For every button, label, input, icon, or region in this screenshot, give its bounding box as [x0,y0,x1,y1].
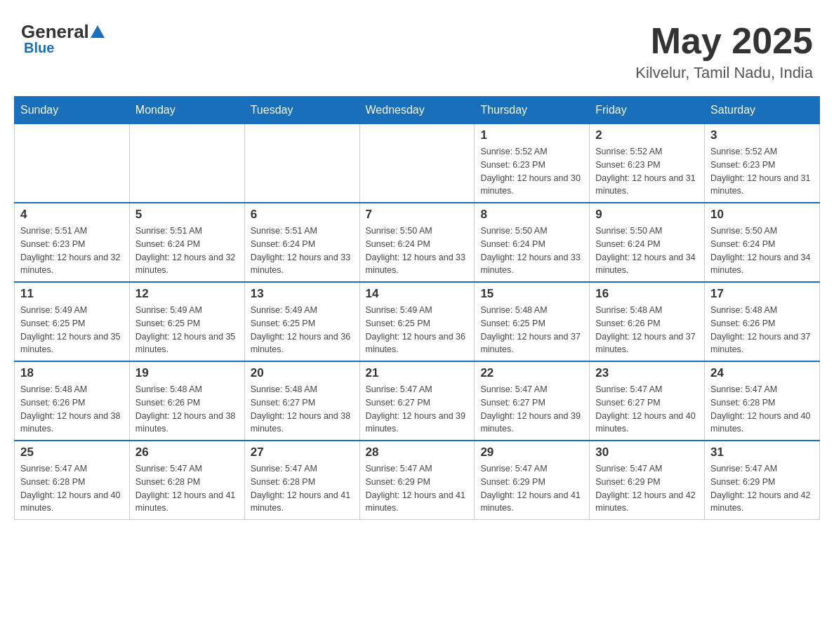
day-number: 31 [710,445,814,459]
day-info: Sunrise: 5:49 AMSunset: 6:25 PMDaylight:… [251,304,354,356]
table-row: 30Sunrise: 5:47 AMSunset: 6:29 PMDayligh… [590,441,705,520]
day-number: 30 [595,445,699,459]
title-area: May 2025 Kilvelur, Tamil Nadu, India [635,21,813,82]
table-row: 17Sunrise: 5:48 AMSunset: 6:26 PMDayligh… [705,282,820,361]
day-info: Sunrise: 5:47 AMSunset: 6:28 PMDaylight:… [20,462,124,515]
table-row: 31Sunrise: 5:47 AMSunset: 6:29 PMDayligh… [705,441,820,520]
day-info: Sunrise: 5:47 AMSunset: 6:27 PMDaylight:… [366,383,469,436]
table-row: 20Sunrise: 5:48 AMSunset: 6:27 PMDayligh… [244,361,359,441]
day-info: Sunrise: 5:47 AMSunset: 6:29 PMDaylight:… [710,462,814,515]
table-row: 16Sunrise: 5:48 AMSunset: 6:26 PMDayligh… [590,282,705,361]
day-number: 19 [135,366,239,380]
table-row: 18Sunrise: 5:48 AMSunset: 6:26 PMDayligh… [15,361,130,441]
table-row: 2Sunrise: 5:52 AMSunset: 6:23 PMDaylight… [590,124,705,203]
table-row: 14Sunrise: 5:49 AMSunset: 6:25 PMDayligh… [359,282,475,361]
day-number: 10 [710,208,814,222]
table-row: 7Sunrise: 5:50 AMSunset: 6:24 PMDaylight… [359,203,475,282]
day-number: 28 [366,445,469,459]
day-number: 6 [251,208,354,222]
day-info: Sunrise: 5:49 AMSunset: 6:25 PMDaylight:… [366,304,469,356]
logo-blue: Blue [24,40,54,56]
day-number: 27 [251,445,354,459]
day-number: 18 [20,366,124,380]
table-row: 29Sunrise: 5:47 AMSunset: 6:29 PMDayligh… [475,441,590,520]
day-info: Sunrise: 5:50 AMSunset: 6:24 PMDaylight:… [480,224,583,277]
calendar-table: Sunday Monday Tuesday Wednesday Thursday… [14,96,820,520]
day-number: 12 [135,287,239,301]
day-number: 1 [480,128,583,142]
day-info: Sunrise: 5:47 AMSunset: 6:29 PMDaylight:… [366,462,469,515]
table-row: 11Sunrise: 5:49 AMSunset: 6:25 PMDayligh… [15,282,130,361]
day-number: 17 [710,287,814,301]
day-number: 5 [135,208,239,222]
day-info: Sunrise: 5:47 AMSunset: 6:29 PMDaylight:… [595,462,699,515]
table-row: 12Sunrise: 5:49 AMSunset: 6:25 PMDayligh… [129,282,244,361]
table-row: 8Sunrise: 5:50 AMSunset: 6:24 PMDaylight… [475,203,590,282]
day-info: Sunrise: 5:48 AMSunset: 6:26 PMDaylight:… [135,383,239,436]
day-number: 4 [20,208,124,222]
table-row [244,124,359,203]
table-row: 25Sunrise: 5:47 AMSunset: 6:28 PMDayligh… [15,441,130,520]
table-row: 27Sunrise: 5:47 AMSunset: 6:28 PMDayligh… [244,441,359,520]
day-info: Sunrise: 5:49 AMSunset: 6:25 PMDaylight:… [20,304,124,356]
day-number: 2 [595,128,699,142]
day-info: Sunrise: 5:52 AMSunset: 6:23 PMDaylight:… [480,145,583,198]
day-info: Sunrise: 5:48 AMSunset: 6:26 PMDaylight:… [595,304,699,356]
day-info: Sunrise: 5:50 AMSunset: 6:24 PMDaylight:… [366,224,469,277]
table-row: 5Sunrise: 5:51 AMSunset: 6:24 PMDaylight… [129,203,244,282]
col-wednesday: Wednesday [359,97,475,124]
day-info: Sunrise: 5:47 AMSunset: 6:29 PMDaylight:… [480,462,583,515]
table-row: 9Sunrise: 5:50 AMSunset: 6:24 PMDaylight… [590,203,705,282]
month-title: May 2025 [635,21,813,61]
table-row: 10Sunrise: 5:50 AMSunset: 6:24 PMDayligh… [705,203,820,282]
table-row: 3Sunrise: 5:52 AMSunset: 6:23 PMDaylight… [705,124,820,203]
day-info: Sunrise: 5:47 AMSunset: 6:28 PMDaylight:… [251,462,354,515]
col-sunday: Sunday [15,97,130,124]
table-row: 1Sunrise: 5:52 AMSunset: 6:23 PMDaylight… [475,124,590,203]
day-info: Sunrise: 5:47 AMSunset: 6:27 PMDaylight:… [595,383,699,436]
table-row [129,124,244,203]
day-info: Sunrise: 5:51 AMSunset: 6:24 PMDaylight:… [135,224,239,277]
day-number: 23 [595,366,699,380]
col-friday: Friday [590,97,705,124]
day-info: Sunrise: 5:47 AMSunset: 6:28 PMDaylight:… [710,383,814,436]
table-row: 24Sunrise: 5:47 AMSunset: 6:28 PMDayligh… [705,361,820,441]
col-saturday: Saturday [705,97,820,124]
table-row: 26Sunrise: 5:47 AMSunset: 6:28 PMDayligh… [129,441,244,520]
table-row: 19Sunrise: 5:48 AMSunset: 6:26 PMDayligh… [129,361,244,441]
table-row: 23Sunrise: 5:47 AMSunset: 6:27 PMDayligh… [590,361,705,441]
table-row: 13Sunrise: 5:49 AMSunset: 6:25 PMDayligh… [244,282,359,361]
day-number: 20 [251,366,354,380]
day-number: 15 [480,287,583,301]
logo-triangle-icon [91,25,105,38]
day-info: Sunrise: 5:52 AMSunset: 6:23 PMDaylight:… [710,145,814,198]
day-info: Sunrise: 5:47 AMSunset: 6:28 PMDaylight:… [135,462,239,515]
day-info: Sunrise: 5:52 AMSunset: 6:23 PMDaylight:… [595,145,699,198]
day-info: Sunrise: 5:47 AMSunset: 6:27 PMDaylight:… [480,383,583,436]
day-number: 13 [251,287,354,301]
page-header: General Blue May 2025 Kilvelur, Tamil Na… [14,14,820,82]
day-number: 11 [20,287,124,301]
day-number: 7 [366,208,469,222]
day-number: 24 [710,366,814,380]
col-thursday: Thursday [475,97,590,124]
col-tuesday: Tuesday [244,97,359,124]
day-info: Sunrise: 5:50 AMSunset: 6:24 PMDaylight:… [595,224,699,277]
table-row [359,124,475,203]
day-number: 8 [480,208,583,222]
table-row: 15Sunrise: 5:48 AMSunset: 6:25 PMDayligh… [475,282,590,361]
col-monday: Monday [129,97,244,124]
table-row: 21Sunrise: 5:47 AMSunset: 6:27 PMDayligh… [359,361,475,441]
day-number: 22 [480,366,583,380]
day-info: Sunrise: 5:50 AMSunset: 6:24 PMDaylight:… [710,224,814,277]
day-info: Sunrise: 5:48 AMSunset: 6:27 PMDaylight:… [251,383,354,436]
day-number: 9 [595,208,699,222]
location-title: Kilvelur, Tamil Nadu, India [635,64,813,82]
table-row: 6Sunrise: 5:51 AMSunset: 6:24 PMDaylight… [244,203,359,282]
day-info: Sunrise: 5:49 AMSunset: 6:25 PMDaylight:… [135,304,239,356]
day-info: Sunrise: 5:48 AMSunset: 6:26 PMDaylight:… [20,383,124,436]
calendar-header-row: Sunday Monday Tuesday Wednesday Thursday… [15,97,820,124]
day-number: 21 [366,366,469,380]
day-number: 14 [366,287,469,301]
logo: General Blue [21,21,105,56]
